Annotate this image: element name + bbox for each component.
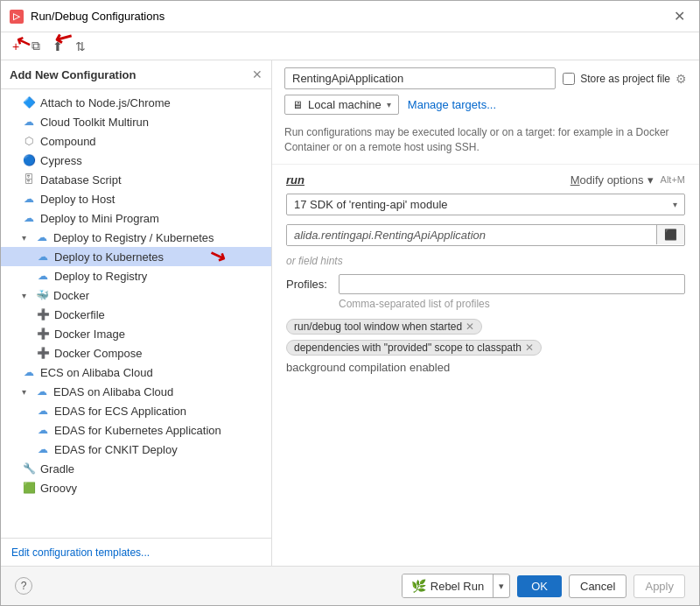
- add-config-button[interactable]: +: [8, 37, 24, 56]
- sidebar-item-compound[interactable]: ⬡ Compound: [1, 131, 271, 151]
- toolbar: + ⧉ ⬆ ⇅: [1, 32, 699, 60]
- sidebar-item-docker-image[interactable]: ➕ Docker Image: [1, 324, 271, 343]
- docker-group-label: Docker: [53, 289, 89, 302]
- ecs-alibaba-label: ECS on Alibaba Cloud: [40, 366, 153, 379]
- edas-group-label: EDAS on Alibaba Cloud: [53, 385, 173, 398]
- edit-templates-link[interactable]: Edit configuration templates...: [11, 546, 150, 559]
- sidebar-item-edas-cnkit[interactable]: ☁ EDAS for CNKIT Deploy: [1, 440, 271, 459]
- main-content: Add New Configuration ✕ 🔷 Attach to Node…: [1, 60, 699, 566]
- ok-button[interactable]: OK: [517, 575, 562, 597]
- store-row: Store as project file ⚙: [563, 72, 687, 86]
- sidebar-item-docker-compose[interactable]: ➕ Docker Compose: [1, 343, 271, 363]
- rebel-run-label: Rebel Run: [430, 580, 484, 593]
- bottom-right: 🌿 Rebel Run ▾ OK Cancel Apply: [402, 574, 685, 598]
- copy-config-button[interactable]: ⧉: [27, 36, 45, 56]
- db-script-icon: 🗄: [22, 173, 36, 187]
- sort-config-button[interactable]: ⇅: [71, 37, 90, 56]
- bottom-left: ?: [15, 577, 32, 595]
- profiles-label: Profiles:: [286, 278, 330, 291]
- modify-options-shortcut: Alt+M: [661, 174, 685, 185]
- groovy-icon: 🟩: [22, 481, 36, 495]
- store-checkbox[interactable]: [563, 73, 575, 85]
- profiles-input[interactable]: [339, 274, 685, 294]
- deploy-kubernetes-label: Deploy to Kubernetes: [54, 250, 164, 264]
- sidebar-item-attach-node[interactable]: 🔷 Attach to Node.js/Chrome: [1, 93, 271, 112]
- rebel-run-dropdown-arrow[interactable]: ▾: [494, 576, 509, 596]
- help-button[interactable]: ?: [15, 577, 32, 595]
- sidebar-item-groovy[interactable]: 🟩 Groovy: [1, 478, 271, 497]
- rebel-run-main: 🌿 Rebel Run: [402, 574, 494, 597]
- sidebar-item-deploy-host[interactable]: ☁ Deploy to Host: [1, 189, 271, 208]
- config-name-input[interactable]: [284, 67, 556, 89]
- compound-label: Compound: [40, 135, 96, 148]
- sidebar-item-cypress[interactable]: 🔵 Cypress: [1, 151, 271, 170]
- deploy-registry-icon: ☁: [36, 269, 50, 283]
- sidebar-item-deploy-kubernetes[interactable]: ☁ Deploy to Kubernetes: [1, 247, 271, 266]
- docker-image-icon: ➕: [36, 327, 50, 341]
- run-section-header: run Modify options ▾ Alt+M: [286, 173, 685, 187]
- tag-dependencies: dependencies with "provided" scope to cl…: [286, 340, 542, 356]
- run-label: run: [286, 173, 304, 187]
- title-bar: ▷ Run/Debug Configurations ✕: [1, 1, 699, 32]
- expand-arrow-docker: ▾: [22, 291, 32, 300]
- cloud-toolkit-label: Cloud Toolkit Multirun: [40, 116, 149, 129]
- tag-run-window: run/debug tool window when started ✕: [286, 319, 482, 335]
- manage-targets-link[interactable]: Manage targets...: [408, 98, 496, 111]
- edas-k8s-label: EDAS for Kubernetes Application: [54, 424, 221, 437]
- sidebar-item-edas-ecs[interactable]: ☁ EDAS for ECS Application: [1, 401, 271, 420]
- profiles-hint: Comma-separated list of profiles: [339, 298, 685, 310]
- deploy-mini-icon: ☁: [22, 211, 36, 225]
- target-machine-icon: 🖥: [292, 99, 303, 111]
- ecs-alibaba-icon: ☁: [22, 365, 36, 379]
- docker-compose-label: Docker Compose: [54, 347, 142, 360]
- sidebar-item-gradle[interactable]: 🔧 Gradle: [1, 459, 271, 478]
- modify-options-dropdown[interactable]: Modify options ▾ Alt+M: [570, 173, 685, 187]
- sidebar-item-database-script[interactable]: 🗄 Database Script: [1, 170, 271, 189]
- deploy-kubernetes-icon: ☁: [36, 250, 50, 264]
- top-section: Store as project file ⚙ 🖥 Local machine …: [272, 60, 699, 165]
- sdk-dropdown[interactable]: 17 SDK of 'renting-api' module ▾: [286, 194, 685, 215]
- db-script-label: Database Script: [40, 173, 122, 187]
- sidebar-item-deploy-registry-group[interactable]: ▾ ☁ Deploy to Registry / Kubernetes: [1, 228, 271, 247]
- move-config-button[interactable]: ⬆: [48, 37, 67, 56]
- left-panel-title: Add New Configuration: [10, 68, 136, 81]
- deploy-registry-label: Deploy to Registry: [54, 270, 147, 283]
- edas-ecs-label: EDAS for ECS Application: [54, 405, 186, 418]
- cypress-icon: 🔵: [22, 153, 36, 167]
- sidebar-item-dockerfile[interactable]: ➕ Dockerfile: [1, 305, 271, 324]
- bottom-bar: ? 🌿 Rebel Run ▾ OK Cancel Apply: [1, 566, 699, 605]
- dialog-title: Run/Debug Configurations: [31, 10, 164, 23]
- rebel-run-button[interactable]: 🌿 Rebel Run ▾: [402, 574, 510, 598]
- right-scroll[interactable]: run Modify options ▾ Alt+M 17 SDK of 're…: [272, 165, 699, 566]
- background-option: background compilation enabled: [286, 361, 685, 374]
- run-debug-dialog: ▷ Run/Debug Configurations ✕ + ⧉ ⬆ ⇅ ↙ A…: [0, 0, 700, 606]
- gear-icon[interactable]: ⚙: [676, 72, 687, 86]
- gradle-label: Gradle: [40, 462, 74, 476]
- sdk-chevron-icon: ▾: [673, 200, 677, 209]
- target-chevron-icon: ▾: [387, 100, 391, 109]
- tree-container[interactable]: 🔷 Attach to Node.js/Chrome ☁ Cloud Toolk…: [1, 89, 271, 538]
- config-name-store-row: Store as project file ⚙: [284, 67, 687, 89]
- dialog-close-button[interactable]: ✕: [668, 6, 690, 26]
- tag-dependencies-close[interactable]: ✕: [525, 342, 534, 354]
- deploy-mini-label: Deploy to Mini Program: [40, 212, 159, 225]
- main-class-folder-button[interactable]: ⬛: [656, 225, 684, 244]
- sidebar-item-edas-group[interactable]: ▾ ☁ EDAS on Alibaba Cloud: [1, 382, 271, 401]
- sidebar-item-ecs-alibaba[interactable]: ☁ ECS on Alibaba Cloud: [1, 363, 271, 382]
- sidebar-item-cloud-toolkit[interactable]: ☁ Cloud Toolkit Multirun: [1, 112, 271, 131]
- left-panel-close-button[interactable]: ✕: [252, 67, 262, 81]
- apply-button[interactable]: Apply: [634, 574, 685, 598]
- main-class-row: ⬛: [286, 224, 685, 246]
- cancel-button[interactable]: Cancel: [569, 574, 626, 598]
- tag-run-window-close[interactable]: ✕: [466, 321, 474, 333]
- target-dropdown[interactable]: 🖥 Local machine ▾: [284, 95, 399, 115]
- main-class-input[interactable]: [287, 225, 656, 245]
- sidebar-item-edas-k8s[interactable]: ☁ EDAS for Kubernetes Application: [1, 420, 271, 440]
- sidebar-item-docker-group[interactable]: ▾ 🐳 Docker: [1, 285, 271, 305]
- sidebar-item-deploy-mini[interactable]: ☁ Deploy to Mini Program: [1, 208, 271, 228]
- store-label: Store as project file: [580, 73, 670, 85]
- app-icon: ▷: [10, 10, 24, 24]
- sidebar-item-deploy-registry[interactable]: ☁ Deploy to Registry: [1, 266, 271, 285]
- edas-cnkit-label: EDAS for CNKIT Deploy: [54, 443, 178, 456]
- edas-cnkit-icon: ☁: [36, 442, 50, 456]
